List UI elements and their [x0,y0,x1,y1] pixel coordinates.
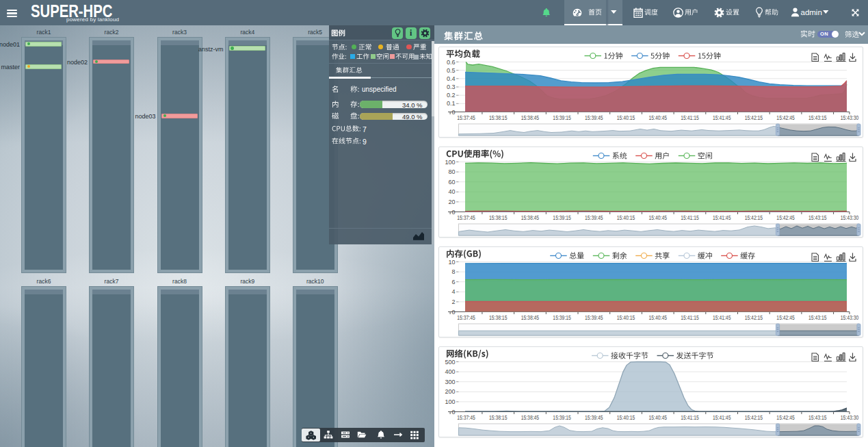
svg-text:100: 100 [445,398,455,405]
svg-text:15:43:30: 15:43:30 [841,114,859,121]
svg-text:0.6: 0.6 [447,58,456,65]
svg-text:15:43:15: 15:43:15 [808,414,827,421]
svg-text:15:41:45: 15:41:45 [713,214,731,221]
svg-text:15:41:45: 15:41:45 [713,114,731,121]
svg-text:15:38:45: 15:38:45 [521,114,540,121]
svg-text:15:39:15: 15:39:15 [553,214,571,221]
svg-text:15:39:45: 15:39:45 [585,314,603,321]
svg-text:15:43:15: 15:43:15 [808,314,827,321]
svg-text:400: 400 [445,368,455,375]
svg-text:15:40:45: 15:40:45 [649,114,668,121]
svg-text:15:42:15: 15:42:15 [745,314,763,321]
svg-text:0.3: 0.3 [447,84,456,90]
svg-text:15:41:45: 15:41:45 [713,314,731,321]
svg-text:300: 300 [445,378,455,385]
svg-text:200: 200 [445,388,455,395]
svg-text:0.2: 0.2 [447,92,456,99]
svg-text:40: 40 [448,188,455,195]
svg-text:15:38:15: 15:38:15 [489,114,508,121]
svg-text:15:37:45: 15:37:45 [457,414,475,421]
svg-text:15:41:15: 15:41:15 [681,414,699,421]
svg-text:15:42:15: 15:42:15 [745,214,763,221]
svg-text:15:42:45: 15:42:45 [776,314,795,321]
svg-text:6: 6 [451,278,455,285]
svg-text:15:42:45: 15:42:45 [776,414,795,421]
svg-text:15:37:45: 15:37:45 [457,214,475,221]
svg-text:8: 8 [451,268,455,275]
svg-text:15:41:15: 15:41:15 [681,314,699,321]
svg-text:15:39:15: 15:39:15 [553,414,571,421]
svg-text:15:40:45: 15:40:45 [649,414,668,421]
svg-text:15:39:45: 15:39:45 [585,414,603,421]
svg-text:15:40:45: 15:40:45 [649,214,668,221]
svg-text:15:39:15: 15:39:15 [553,314,571,321]
svg-text:15:41:15: 15:41:15 [681,214,699,221]
svg-text:4: 4 [451,288,455,295]
svg-text:15:43:15: 15:43:15 [808,214,827,221]
svg-text:15:42:45: 15:42:45 [776,214,795,221]
svg-text:15:38:15: 15:38:15 [489,314,508,321]
svg-text:15:39:45: 15:39:45 [585,214,603,221]
svg-text:15:40:15: 15:40:15 [617,314,635,321]
svg-text:15:40:15: 15:40:15 [617,114,635,121]
svg-text:15:40:45: 15:40:45 [649,314,668,321]
svg-text:60: 60 [448,178,455,185]
svg-text:80: 80 [448,168,455,175]
svg-text:20: 20 [448,198,455,205]
svg-text:15:42:45: 15:42:45 [776,114,795,121]
svg-text:15:40:15: 15:40:15 [617,414,635,421]
svg-text:15:39:45: 15:39:45 [585,114,603,121]
svg-text:15:38:15: 15:38:15 [489,214,508,221]
svg-text:15:39:15: 15:39:15 [553,114,571,121]
svg-text:15:40:15: 15:40:15 [617,214,635,221]
svg-text:15:37:45: 15:37:45 [457,314,475,321]
svg-text:15:38:45: 15:38:45 [521,314,540,321]
svg-text:15:37:45: 15:37:45 [457,114,475,121]
svg-text:0.1: 0.1 [447,100,456,107]
svg-text:15:42:15: 15:42:15 [745,114,763,121]
svg-text:0.4: 0.4 [447,75,456,81]
svg-text:0.5: 0.5 [447,66,456,73]
svg-text:15:43:30: 15:43:30 [841,414,859,421]
svg-text:2: 2 [451,298,455,305]
svg-text:15:43:15: 15:43:15 [808,114,827,121]
svg-text:15:41:45: 15:41:45 [713,414,731,421]
svg-text:15:38:15: 15:38:15 [489,414,508,421]
svg-text:15:42:15: 15:42:15 [745,414,763,421]
svg-text:10: 10 [448,258,455,265]
svg-text:15:38:45: 15:38:45 [521,214,540,221]
svg-text:500: 500 [445,358,455,365]
svg-text:15:41:15: 15:41:15 [681,114,699,121]
svg-text:100: 100 [445,158,455,165]
svg-text:15:38:45: 15:38:45 [521,414,540,421]
svg-text:15:43:30: 15:43:30 [841,314,859,321]
svg-text:15:43:30: 15:43:30 [841,214,859,221]
